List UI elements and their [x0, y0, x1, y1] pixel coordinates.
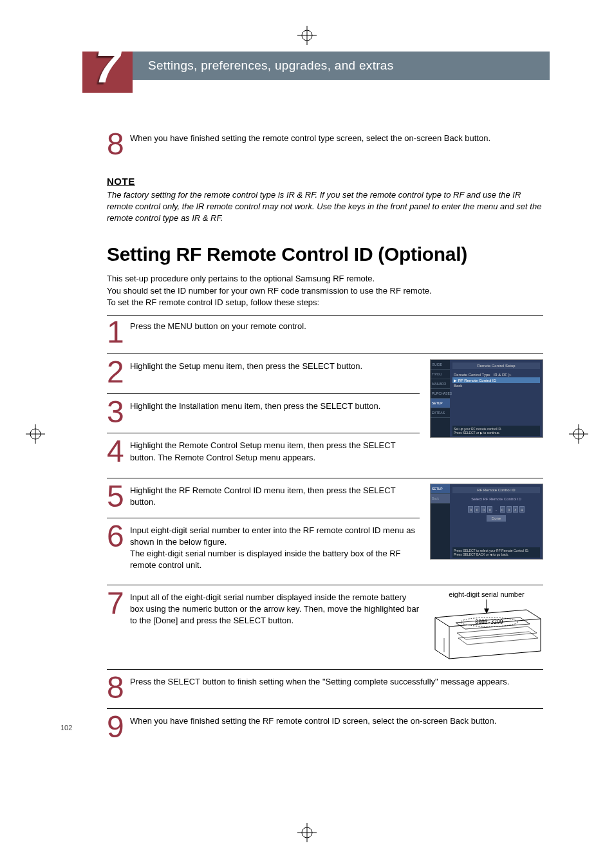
step-text: When you have finished setting the RF re…: [130, 714, 543, 727]
step-text: When you have finished setting the remot…: [130, 131, 543, 144]
step-7: 7 Input all of the eight-digit serial nu…: [107, 590, 420, 627]
step-9: 9 When you have finished setting the RF …: [107, 714, 543, 741]
step-number: 4: [107, 439, 130, 465]
note-heading: NOTE: [107, 176, 543, 187]
section-intro: This set-up procedure only pertains to t…: [107, 273, 543, 316]
menu-item-highlighted: ▶ RF Remote Control ID: [452, 377, 540, 383]
step-text: Press the MENU button on your remote con…: [130, 319, 543, 332]
screenshot-subtitle: Select RF Remote Control ID: [452, 497, 540, 501]
crop-mark-left: [26, 424, 45, 444]
menu-item: Back: [452, 383, 540, 388]
section-title: Setting RF Remote Control ID (Optional): [107, 243, 543, 265]
screenshot-footer: Press SELECT to select your RF Remote Co…: [452, 547, 540, 558]
step-text: Input eight-digit serial number to enter…: [130, 524, 420, 572]
done-button: Done: [487, 515, 506, 522]
step-number: 7: [107, 590, 130, 617]
page: 7 Settings, preferences, upgrades, and e…: [0, 0, 614, 868]
step-number: 6: [107, 524, 130, 550]
step-2: 2 Highlight the Setup menu item, then pr…: [107, 359, 420, 386]
diagram-label: eight-digit serial number: [430, 590, 543, 598]
chapter-number-box: 7: [82, 52, 133, 93]
step-text: Highlight the Installation menu item, th…: [130, 399, 420, 412]
chapter-title: Settings, preferences, upgrades, and ext…: [148, 59, 394, 73]
step-number: 2: [107, 359, 130, 386]
step-text: Input all of the eight-digit serial numb…: [130, 590, 420, 627]
screenshot-remote-setup: GUIDE TIVOLI MAILBOX PURCHASES SETUP EXT…: [430, 359, 543, 438]
page-number: 102: [60, 724, 72, 731]
remote-diagram: eight-digit serial number 0000-3299: [430, 590, 543, 661]
screenshot-footer: Set up your RF remote control ID. Press …: [452, 426, 540, 436]
content-area: 8 When you have finished setting the rem…: [107, 131, 543, 741]
chapter-number: 7: [95, 41, 120, 93]
screenshot-title: Remote Control Setup: [452, 363, 540, 369]
screenshot-sidebar: SETUP Back: [431, 484, 450, 559]
step-4: 4 Highlight the Remote Control Setup men…: [107, 439, 420, 465]
step-text: Highlight the Setup menu item, then pres…: [130, 359, 420, 372]
step-number: 8: [107, 675, 130, 701]
menu-item: Remote Control Type IR & RF ▷: [452, 372, 540, 377]
step-number: 1: [107, 319, 130, 346]
step-number: 9: [107, 714, 130, 741]
step-number: 5: [107, 484, 130, 510]
step-text: Highlight the Remote Control Setup menu …: [130, 439, 420, 463]
step-text: Highlight the RF Remote Control ID menu …: [130, 484, 420, 508]
crop-mark-bottom: [297, 823, 317, 842]
crop-mark-right: [569, 424, 588, 444]
step-5: 5 Highlight the RF Remote Control ID men…: [107, 484, 420, 510]
step-6: 6 Input eight-digit serial number to ent…: [107, 524, 420, 572]
chapter-title-bar: Settings, preferences, upgrades, and ext…: [109, 52, 550, 80]
step-number: 8: [107, 131, 130, 158]
prior-step-8: 8 When you have finished setting the rem…: [107, 131, 543, 158]
screenshot-title: RF Remote Control ID: [452, 487, 540, 493]
screenshot-rf-id: SETUP Back RF Remote Control ID Select R…: [430, 484, 543, 560]
screenshot-sidebar: GUIDE TIVOLI MAILBOX PURCHASES SETUP EXT…: [431, 360, 450, 437]
step-text: Press the SELECT button to finish settin…: [130, 675, 543, 688]
note-block: NOTE The factory setting for the remote …: [107, 176, 543, 225]
note-text: The factory setting for the remote contr…: [107, 189, 543, 225]
chapter-header: 7 Settings, preferences, upgrades, and e…: [71, 52, 550, 80]
serial-number-text: 0000-3299: [475, 619, 503, 625]
step-1: 1 Press the MENU button on your remote c…: [107, 319, 543, 346]
digit-entry: 0000 - 0034: [452, 506, 540, 513]
crop-mark-top: [297, 26, 317, 45]
step-3: 3 Highlight the Installation menu item, …: [107, 399, 420, 426]
step-8: 8 Press the SELECT button to finish sett…: [107, 675, 543, 701]
step-number: 3: [107, 399, 130, 426]
